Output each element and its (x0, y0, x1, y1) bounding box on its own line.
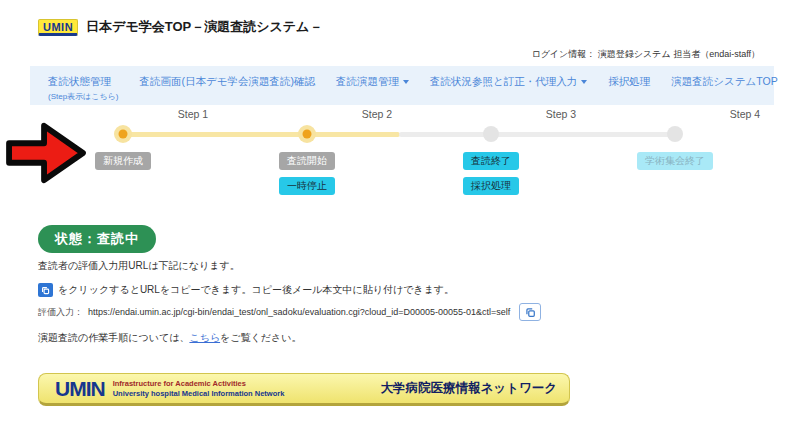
footer-tagline-en2: University hospital Medical Information … (113, 389, 285, 398)
step-3: Step 3 査読終了 採択処理 (421, 108, 561, 208)
nav-item-label: 査読画面(日本デモ学会演題査読)確認 (140, 75, 316, 87)
header: UMIN 日本デモ学会TOP－演題査読システム－ (38, 18, 322, 36)
new-create-button[interactable]: 新規作成 (95, 152, 151, 170)
guide-text-after: をご覧ください。 (220, 332, 301, 343)
footer-tagline-en1: Infrastructure for Academic Activities (113, 379, 285, 388)
evaluation-url-line: 評価入力： https://endai.umin.ac.jp/cgi-bin/e… (38, 303, 541, 321)
copy-hint-text: をクリックするとURLをコピーできます。コピー後メール本文中に貼り付けできます。 (58, 283, 454, 297)
step-2: Step 2 査読開始 一時停止 (237, 108, 377, 208)
step-dot-inactive (667, 126, 683, 142)
url-label: 評価入力： (38, 306, 83, 319)
review-end-button[interactable]: 査読終了 (463, 152, 519, 170)
copy-hint-line: をクリックするとURLをコピーできます。コピー後メール本文中に貼り付けできます。 (38, 283, 454, 297)
evaluation-url: https://endai.umin.ac.jp/cgi-bin/endai_t… (88, 307, 510, 317)
nav-item-label: 演題査読システムTOP (671, 75, 777, 87)
red-arrow-icon (5, 118, 87, 192)
footer-network-name: 大学病院医療情報ネットワーク (381, 380, 557, 397)
page-title: 日本デモ学会TOP－演題査読システム－ (86, 18, 322, 36)
step-dot-active (114, 125, 132, 143)
nav-item-label: 査読状況参照と訂正・代理入力 (430, 75, 577, 87)
guide-text-before: 演題査読の作業手順については、 (38, 332, 189, 343)
chevron-down-icon (581, 80, 587, 84)
nav-item-label: 査読状態管理 (48, 75, 111, 87)
step-progress: Step 1 新規作成 Step 2 査読開始 一時停止 Step 3 査読終了… (0, 108, 800, 208)
copy-icon[interactable] (38, 283, 53, 297)
adoption-process-button[interactable]: 採択処理 (463, 177, 519, 195)
nav-item-review-state[interactable]: 査読状態管理 (Step表示はこちら) (48, 75, 119, 102)
nav-item-status-reference[interactable]: 査読状況参照と訂正・代理入力 (430, 75, 587, 89)
nav-item-system-top[interactable]: 演題査読システムTOP (671, 75, 777, 89)
login-info: ログイン情報： 演題登録システム 担当者（endai-staff） (531, 48, 760, 61)
step-dot-active (298, 125, 316, 143)
copy-url-button[interactable] (519, 303, 541, 321)
step-4: Step 4 学術集会終了 (605, 108, 745, 208)
umin-footer-logo: UMIN (55, 377, 105, 401)
nav-item-sublabel: (Step表示はこちら) (48, 91, 119, 102)
pause-button[interactable]: 一時停止 (279, 177, 335, 195)
guide-line: 演題査読の作業手順については、こちらをご覧ください。 (38, 331, 302, 345)
nav-item-adoption[interactable]: 採択処理 (608, 75, 650, 89)
guide-link[interactable]: こちら (189, 332, 220, 343)
footer-banner: UMIN Infrastructure for Academic Activit… (38, 373, 570, 406)
nav-item-review-screen[interactable]: 査読画面(日本デモ学会演題査読)確認 (140, 75, 316, 89)
url-note-text: 査読者の評価入力用URLは下記になります。 (38, 259, 240, 273)
chevron-down-icon (403, 80, 409, 84)
nav-item-abstract-management[interactable]: 査読演題管理 (336, 75, 409, 89)
review-start-button[interactable]: 査読開始 (279, 152, 335, 170)
nav-item-label: 査読演題管理 (336, 75, 399, 87)
umin-logo: UMIN (38, 19, 78, 36)
nav-item-label: 採択処理 (608, 75, 650, 87)
status-badge: 状態：査読中 (38, 225, 156, 253)
step-label: Step 4 (675, 108, 800, 120)
navbar: 査読状態管理 (Step表示はこちら) 査読画面(日本デモ学会演題査読)確認 査… (30, 66, 774, 105)
page: UMIN 日本デモ学会TOP－演題査読システム－ ログイン情報： 演題登録システ… (0, 0, 800, 430)
meeting-end-button[interactable]: 学術集会終了 (637, 152, 713, 170)
step-dot-inactive (483, 126, 499, 142)
